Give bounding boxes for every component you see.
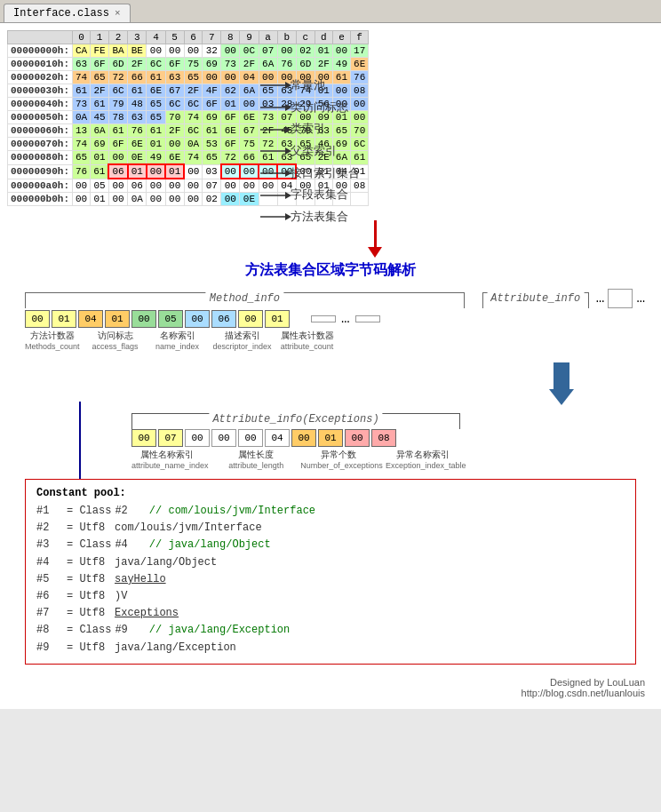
hex-cell-0-9: 0C [240,44,259,58]
hex-cell-11-0: 00 [73,193,91,206]
hex-cell-1-11: 76 [277,58,296,71]
hex-cell-1-0: 63 [73,58,91,71]
hex-cell-4-3: 48 [128,98,147,111]
hex-cell-6-9: 67 [240,124,259,138]
col-b: b [277,31,296,44]
hex-cell-11-2: 00 [108,193,127,206]
cp-entry-2: #3= Class#4 // java/lang/Object [36,537,625,553]
hex-cell-0-2: BA [108,44,127,58]
box-00-4: 00 [238,310,263,328]
hex-cell-1-3: 2F [128,58,147,71]
hex-cell-5-1: 45 [91,111,109,124]
hex-cell-2-7: 00 [203,71,221,84]
hex-addr-9: 00000090h: [8,164,73,179]
col-addr [8,31,73,44]
hex-cell-0-15: 17 [351,44,369,58]
hex-cell-9-9: 00 [240,164,259,179]
hex-cell-1-13: 2F [315,58,332,71]
hex-cell-3-1: 2F [91,84,109,98]
hex-cell-1-9: 2F [240,58,259,71]
hex-cell-0-8: 00 [221,44,240,58]
hex-cell-1-12: 6D [296,58,315,71]
hex-cell-11-4: 00 [147,193,165,206]
hex-cell-4-0: 73 [73,98,91,111]
hex-addr-4: 00000040h: [8,98,73,111]
hex-cell-7-8: 6F [221,138,240,151]
hex-cell-5-4: 65 [147,111,165,124]
hex-cell-5-3: 63 [128,111,147,124]
hex-cell-8-8: 72 [221,151,240,165]
hex-cell-9-1: 61 [91,164,109,179]
hex-cell-7-1: 69 [91,138,109,151]
hex-cell-7-9: 75 [240,138,259,151]
hex-cell-10-2: 00 [108,179,127,193]
hex-cell-3-2: 6C [108,84,127,98]
footer-line1: Designed by LouLuan [16,677,645,688]
hex-cell-4-2: 79 [108,98,127,111]
hex-cell-0-11: 00 [277,44,296,58]
col-5: 5 [165,31,184,44]
col-c: c [296,31,315,44]
hex-cell-8-4: 49 [147,151,165,165]
cp-entry-5: #6= Utf8)V [36,588,625,605]
hex-cell-5-0: 0A [73,111,91,124]
attr-box-1 [311,315,336,322]
hex-cell-1-15: 6E [351,58,369,71]
hex-cell-4-8: 01 [221,98,240,111]
blue-arrow-down-1 [549,362,574,405]
hex-cell-4-7: 6F [203,98,221,111]
cp-entry-1: #2= Utf8com/louis/jvm/Interface [36,520,625,537]
hex-cell-10-4: 00 [147,179,165,193]
box-01-1: 01 [52,310,76,328]
attr-box-2 [355,315,380,322]
section-title: 方法表集合区域字节码解析 [7,261,654,280]
ann-parent-index: 父类索引 [260,140,360,163]
hex-cell-11-3: 0A [128,193,147,206]
hex-cell-2-8: 00 [221,71,240,84]
tab-interface-class[interactable]: Interface.class × [4,4,131,22]
hex-cell-9-0: 76 [73,164,91,179]
hex-cell-3-5: 67 [165,84,184,98]
arrow-down-container [96,220,654,258]
cp-entry-6: #7= Utf8Exceptions [36,605,625,622]
hex-addr-2: 00000020h: [8,71,73,84]
hex-cell-8-3: 0E [128,151,147,165]
constant-pool-box: Constant pool: #1= Class#2 // com/louis/… [25,479,636,665]
tab-close-icon[interactable]: × [115,8,121,19]
tab-bar: Interface.class × [0,0,661,23]
hex-cell-3-3: 61 [128,84,147,98]
box-00-2: 00 [131,310,156,328]
ann-method-table: 方法表集合 [260,206,360,228]
hex-cell-3-7: 4F [203,84,221,98]
hex-cell-10-9: 00 [240,179,259,193]
hex-cell-6-2: 61 [108,124,127,138]
hex-cell-1-2: 6D [108,58,127,71]
hex-cell-6-4: 61 [147,124,165,138]
hex-cell-11-1: 01 [91,193,109,206]
hex-cell-1-6: 75 [184,58,203,71]
hex-cell-7-5: 00 [165,138,184,151]
col-e: e [332,31,350,44]
hex-cell-10-6: 00 [184,179,203,193]
hex-cell-10-1: 05 [91,179,109,193]
hex-cell-4-5: 6C [165,98,184,111]
exc-box-00-6: 00 [345,429,370,447]
hex-cell-3-4: 6E [147,84,165,98]
hex-cell-10-3: 06 [128,179,147,193]
hex-cell-0-6: 00 [184,44,203,58]
exc-box-07: 07 [158,429,183,447]
hex-cell-5-2: 78 [108,111,127,124]
hex-cell-7-7: 53 [203,138,221,151]
hex-cell-7-6: 0A [184,138,203,151]
hex-cell-5-8: 6F [221,111,240,124]
hex-cell-10-8: 00 [221,179,240,193]
hex-cell-1-8: 73 [221,58,240,71]
hex-cell-5-6: 74 [184,111,203,124]
hex-cell-2-5: 63 [165,71,184,84]
col-0: 0 [73,31,91,44]
col-a: a [259,31,277,44]
hex-addr-7: 00000070h: [8,138,73,151]
hex-cell-8-0: 65 [73,151,91,165]
hex-cell-4-4: 65 [147,98,165,111]
hex-cell-9-8: 00 [221,164,240,179]
